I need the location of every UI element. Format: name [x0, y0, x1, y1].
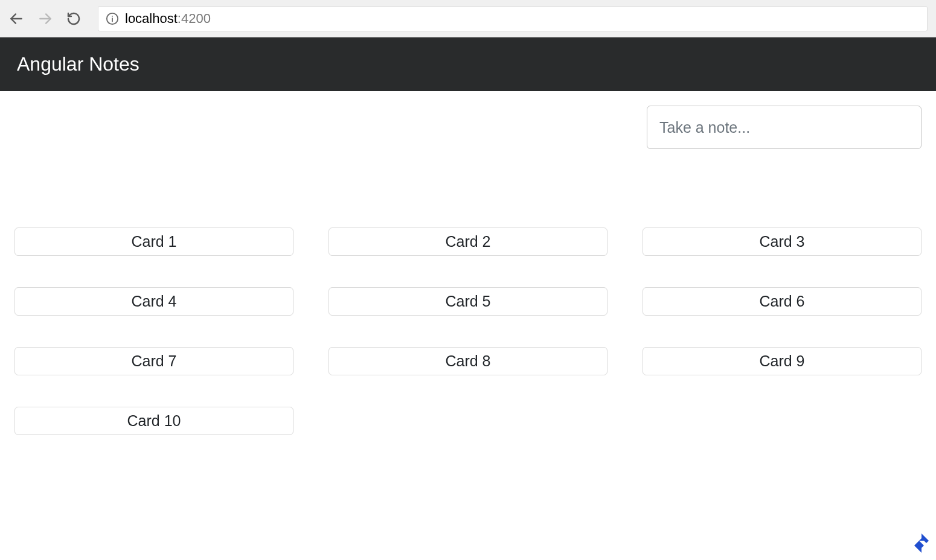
- card-label: Card 6: [759, 293, 804, 310]
- url-text: localhost:4200: [125, 11, 211, 27]
- note-card[interactable]: Card 7: [14, 347, 293, 375]
- address-bar[interactable]: localhost:4200: [98, 6, 928, 31]
- reload-icon[interactable]: [66, 11, 81, 26]
- card-label: Card 5: [445, 293, 490, 310]
- browser-toolbar: localhost:4200: [0, 0, 936, 37]
- note-input[interactable]: [647, 106, 922, 149]
- note-card[interactable]: Card 3: [643, 228, 922, 256]
- app-header: Angular Notes: [0, 37, 936, 91]
- card-label: Card 9: [759, 352, 804, 369]
- note-card[interactable]: Card 4: [14, 287, 293, 316]
- note-card[interactable]: Card 10: [14, 407, 293, 435]
- info-icon[interactable]: [106, 12, 119, 25]
- note-card[interactable]: Card 6: [643, 287, 922, 316]
- card-label: Card 4: [131, 293, 176, 310]
- back-icon[interactable]: [8, 11, 24, 27]
- page-title: Angular Notes: [17, 53, 919, 75]
- url-host: localhost: [125, 11, 178, 26]
- card-label: Card 8: [445, 352, 490, 369]
- card-label: Card 7: [131, 352, 176, 369]
- note-card[interactable]: Card 8: [329, 347, 607, 375]
- note-card[interactable]: Card 5: [329, 287, 607, 316]
- card-label: Card 10: [127, 412, 181, 429]
- forward-icon[interactable]: [37, 11, 53, 27]
- main-content: Card 1 Card 2 Card 3 Card 4 Card 5 Card …: [0, 91, 936, 450]
- svg-point-4: [112, 15, 113, 16]
- nav-controls: [8, 11, 81, 27]
- note-card[interactable]: Card 2: [329, 228, 607, 256]
- note-card[interactable]: Card 1: [14, 228, 293, 256]
- card-label: Card 2: [445, 233, 490, 250]
- url-port: :4200: [178, 11, 211, 26]
- card-label: Card 3: [759, 233, 804, 250]
- card-grid: Card 1 Card 2 Card 3 Card 4 Card 5 Card …: [14, 228, 922, 435]
- note-card[interactable]: Card 9: [643, 347, 922, 375]
- note-input-row: [14, 106, 922, 149]
- card-label: Card 1: [131, 233, 176, 250]
